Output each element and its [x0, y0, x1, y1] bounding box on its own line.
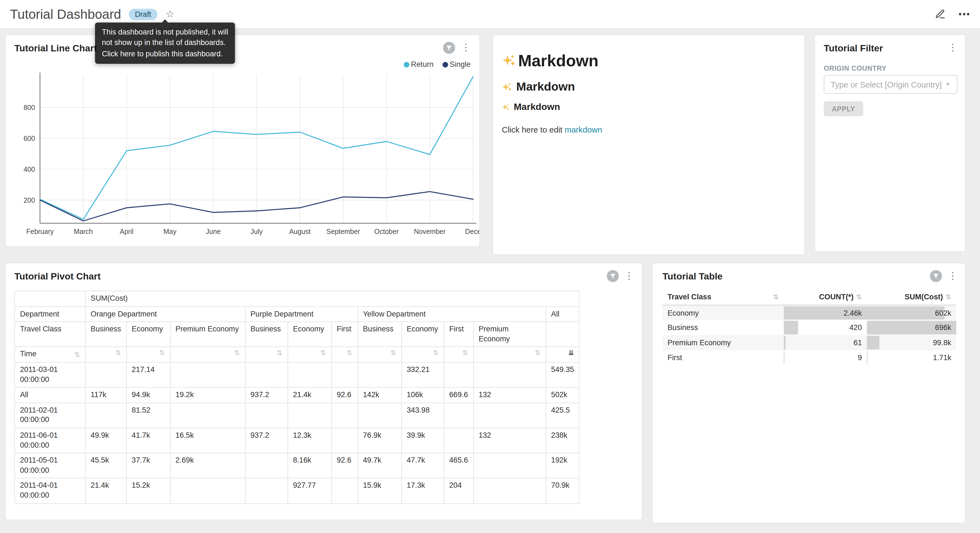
sort-icon[interactable]: ⇅	[856, 294, 862, 300]
draft-badge[interactable]: Draft	[129, 8, 158, 20]
pivot-value-cell	[245, 453, 288, 478]
sort-icon[interactable]: ⇅	[347, 349, 352, 356]
legend-item[interactable]: Single	[442, 60, 471, 69]
svg-text:August: August	[289, 228, 311, 235]
pivot-value-cell	[473, 478, 546, 503]
sort-icon[interactable]: ⇅	[159, 349, 165, 356]
sort-icon[interactable]: ⇅	[433, 349, 439, 356]
table-row: First91.71k	[663, 350, 956, 365]
pivot-class-label: Economy	[401, 322, 444, 347]
column-header[interactable]: SUM(Cost)⇅	[867, 289, 956, 305]
pivot-value-cell	[473, 453, 546, 478]
table-card: Tutorial Table ⋮ Travel Class⇅COUNT(*)⇅S…	[652, 263, 966, 523]
sort-icon[interactable]: ⇅	[945, 294, 951, 300]
legend-item[interactable]: Return	[404, 60, 434, 69]
unpublished-tooltip[interactable]: This dashboard is not published, it will…	[95, 22, 235, 64]
pivot-value-cell: 192k	[546, 453, 579, 478]
table-row: Business420696k	[663, 320, 956, 335]
sort-icon[interactable]: ⇅	[277, 349, 282, 356]
pivot-value-cell	[444, 428, 473, 453]
pivot-class-row: Travel ClassBusinessEconomyPremium Econo…	[14, 322, 579, 347]
kebab-menu-icon[interactable]: ⋮	[948, 42, 958, 53]
pivot-value-cell: 21.4k	[288, 388, 331, 403]
markdown-edit-link[interactable]: markdown	[565, 125, 602, 134]
column-header[interactable]: COUNT(*)⇅	[784, 289, 867, 305]
sort-icon[interactable]: ⇅	[773, 294, 779, 300]
sort-icon[interactable]: ⇅	[234, 349, 240, 356]
filter-indicator-icon[interactable]	[442, 41, 456, 54]
pivot-class-label: Business	[245, 322, 288, 347]
edit-pencil-icon[interactable]	[935, 9, 945, 19]
pivot-value-cell: 343.98	[401, 403, 444, 428]
markdown-h3: Markdown	[502, 101, 795, 113]
tooltip-line: Click here to publish this dashboard.	[102, 49, 228, 59]
sort-icon[interactable]: ⇅	[74, 351, 80, 358]
pivot-value-cell: 45.5k	[85, 453, 126, 478]
svg-text:600: 600	[24, 134, 35, 142]
pivot-value-cell	[358, 362, 401, 388]
pivot-data-row: 2011-05-01 00:00:0045.5k37.7k2.69k8.16k9…	[14, 453, 579, 478]
pivot-value-cell: 425.5	[546, 403, 579, 428]
sort-icon[interactable]: ⇅	[535, 349, 541, 356]
pivot-value-cell: 19.2k	[170, 388, 245, 403]
column-label: COUNT(*)	[819, 293, 854, 302]
pivot-group-row: DepartmentOrange DepartmentPurple Depart…	[14, 306, 579, 322]
pivot-value-cell: 49.9k	[85, 428, 126, 453]
sort-icon[interactable]: ⇅	[462, 349, 468, 356]
sum-cell: 99.8k	[867, 335, 956, 350]
pivot-value-cell: 70.9k	[546, 478, 579, 503]
pivot-row-label: All	[14, 388, 85, 403]
pivot-value-cell: 937.2	[245, 428, 288, 453]
filter-indicator-icon[interactable]	[606, 270, 619, 283]
table-card-title: Tutorial Table	[663, 271, 723, 281]
pivot-group-label: Orange Department	[85, 306, 245, 322]
kebab-menu-icon[interactable]: ⋮	[624, 270, 634, 281]
chart-legend: ReturnSingle	[404, 60, 471, 69]
svg-text:November: November	[414, 228, 446, 235]
sort-icon[interactable]: ⇅	[390, 349, 396, 356]
markdown-h2-text: Markdown	[516, 80, 575, 94]
sparkles-icon	[502, 53, 517, 68]
sum-cell: 696k	[867, 320, 956, 335]
travel-class-cell: Premium Economy	[663, 335, 784, 350]
tooltip-text: This dashboard is not published, it will…	[102, 27, 228, 59]
pivot-value-cell: 92.6	[331, 453, 358, 478]
pivot-value-cell: 132	[473, 388, 546, 403]
value-bar	[784, 351, 784, 365]
pivot-col-dim-label: Travel Class	[14, 322, 85, 347]
pivot-group-label: All	[546, 306, 579, 322]
star-icon[interactable]: ☆	[165, 8, 175, 20]
apply-button[interactable]: APPLY	[824, 101, 863, 116]
filter-indicator-icon[interactable]	[929, 270, 943, 283]
origin-country-select[interactable]: Type or Select [Origin Country] ▼	[824, 75, 958, 94]
travel-class-cell: Business	[663, 320, 784, 335]
pivot-data-row: 2011-04-01 00:00:0021.4k15.2k927.7715.9k…	[14, 478, 579, 503]
sort-icon[interactable]: ⇅	[115, 349, 121, 356]
pivot-value-cell: 81.52	[126, 403, 170, 428]
pivot-class-label	[546, 322, 579, 347]
column-header[interactable]: Travel Class⇅	[663, 289, 784, 305]
kebab-menu-icon[interactable]: ⋮	[948, 270, 958, 281]
sort-icon[interactable]: ⇅	[320, 349, 326, 356]
pivot-row-label: 2011-05-01 00:00:00	[14, 453, 85, 478]
line-chart-card: Tutorial Line Chart ⋮ ReturnSingle 20040…	[5, 35, 480, 247]
pivot-value-cell: 502k	[546, 388, 579, 403]
count-cell: 9	[784, 350, 867, 365]
pivot-value-cell: 15.2k	[126, 478, 170, 503]
pivot-value-cell: 106k	[401, 388, 444, 403]
value-bar	[867, 306, 944, 319]
tooltip-line: not show up in the list of dashboards.	[102, 38, 228, 49]
kebab-menu-icon[interactable]: ⋮	[461, 42, 471, 53]
travel-class-cell: Economy	[663, 305, 784, 320]
header-actions: ⋯	[935, 8, 970, 20]
pivot-value-cell: 49.7k	[358, 453, 401, 478]
sort-icon[interactable]: ⇊	[568, 349, 574, 356]
pivot-value-cell: 15.9k	[358, 478, 401, 503]
pivot-value-cell	[444, 403, 473, 428]
markdown-h3-text: Markdown	[514, 101, 560, 113]
table-row: Economy2.46k602k	[663, 305, 956, 320]
pivot-value-cell	[331, 403, 358, 428]
pivot-row-label: 2011-02-01 00:00:00	[14, 403, 85, 428]
pivot-value-cell: 47.7k	[401, 453, 444, 478]
more-options-icon[interactable]: ⋯	[958, 8, 970, 20]
